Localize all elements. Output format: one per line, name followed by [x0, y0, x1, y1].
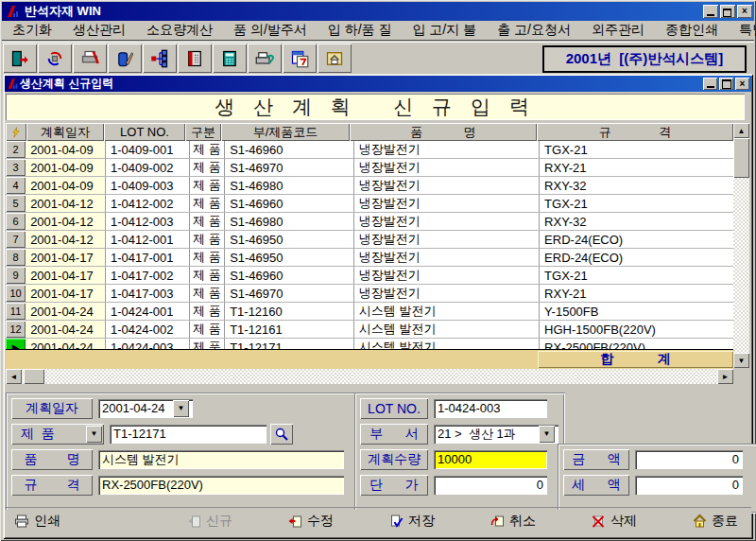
grid-row[interactable]: 52001-04-121-0412-002제 품S1-46960냉장발전기TGX… — [6, 195, 733, 213]
grid-row[interactable]: 82001-04-171-0417-001제 품S1-46950냉장발전기ERD… — [6, 249, 733, 267]
cancel-button[interactable]: 취소 — [486, 511, 540, 532]
cell-name: 냉장발전기 — [354, 141, 540, 158]
column-header-date[interactable]: 계획일자 — [26, 123, 104, 141]
app-minimize-button[interactable] — [703, 5, 718, 18]
print-button[interactable]: 인쇄 — [10, 511, 64, 532]
row-number[interactable]: 8 — [6, 249, 26, 266]
close-window-button[interactable]: 종료 — [688, 511, 742, 532]
column-header-type[interactable]: 구분 — [185, 123, 221, 141]
menu-production[interactable]: 생산관리 — [62, 22, 136, 39]
horizontal-scrollbar[interactable]: ◄ ► — [6, 369, 733, 384]
home-card-icon[interactable] — [318, 44, 352, 73]
grid-row[interactable]: 122001-04-241-0424-002제 품T1-12161시스템 발전기… — [6, 321, 733, 339]
print-cancel-icon[interactable] — [73, 44, 107, 73]
modify-button[interactable]: 수정 — [284, 511, 337, 532]
cell-lot: 1-0417-002 — [106, 267, 190, 284]
column-header-code[interactable]: 부/제품코드 — [221, 123, 350, 141]
plan-date-label: 계획일자 — [11, 398, 93, 419]
app-restore-button[interactable] — [720, 5, 735, 18]
scroll-up-icon[interactable]: ▲ — [733, 123, 749, 138]
menu-receiving-quality[interactable]: 입 하/품 질 — [318, 22, 403, 39]
cell-spec: Y-1500FB — [540, 303, 733, 320]
row-number[interactable]: 9 — [6, 267, 26, 284]
ledger-icon[interactable] — [178, 44, 212, 73]
row-number[interactable]: 12 — [6, 321, 26, 338]
cell-spec: TGX-21 — [540, 267, 733, 284]
column-header-spec[interactable]: 규 격 — [537, 123, 733, 141]
grid-row[interactable]: 72001-04-121-0412-001제 품S1-46950냉장발전기ERD… — [6, 231, 733, 249]
scroll-down-icon[interactable]: ▼ — [733, 353, 749, 368]
grid-row[interactable]: 112001-04-241-0424-001제 품T1-12160시스템 발전기… — [6, 303, 733, 321]
lot-no-input[interactable]: 1-0424-003 — [434, 399, 547, 418]
cell-date: 2001-04-09 — [26, 159, 106, 176]
row-number[interactable]: 11 — [6, 303, 26, 320]
menu-outgoing-request[interactable]: 출 고/요청서 — [487, 22, 581, 39]
vertical-scrollbar[interactable]: ▲ ▼ — [733, 123, 749, 368]
printer-setup-icon[interactable] — [248, 44, 282, 73]
product-code-input[interactable]: T1-12171 — [110, 425, 266, 444]
plan-qty-label: 계획수량 — [360, 449, 428, 470]
chevron-down-icon[interactable]: ▼ — [86, 426, 102, 443]
flowchart-icon[interactable] — [143, 44, 177, 73]
cell-lot: 1-0424-001 — [106, 303, 190, 320]
window-minimize-button[interactable] — [703, 78, 717, 90]
cell-name: 냉장발전기 — [354, 231, 540, 248]
plan-qty-input[interactable]: 10000 — [434, 450, 547, 469]
delete-button-label: 삭제 — [610, 513, 637, 530]
window-maximize-button[interactable] — [719, 78, 733, 90]
menu-order[interactable]: 품 의/발주서 — [223, 22, 318, 39]
app-close-button[interactable]: × — [737, 5, 752, 18]
plan-date-select[interactable]: 2001-04-24 ▼ — [98, 399, 193, 418]
row-number[interactable]: 5 — [6, 195, 26, 212]
chevron-down-icon[interactable]: ▼ — [173, 400, 189, 417]
menu-incoming-payment[interactable]: 입 고/지 불 — [402, 22, 487, 39]
calendar-icon[interactable] — [283, 44, 317, 73]
unit-price-input[interactable]: 0 — [434, 476, 547, 495]
cell-code: S1-46960 — [225, 195, 354, 212]
vertical-scroll-thumb[interactable] — [733, 138, 749, 178]
cell-spec: ERD-24(ECO) — [540, 249, 733, 266]
cell-spec: ERD-24(ECO) — [540, 231, 733, 248]
row-number[interactable]: 7 — [6, 231, 26, 248]
toolbar: 2001년 [(주)반석시스템] — [2, 42, 754, 74]
grid-row[interactable]: 22001-04-091-0409-001제 품S1-46960냉장발전기TGX… — [6, 141, 733, 159]
scroll-right-icon[interactable]: ► — [717, 369, 733, 384]
cell-spec: HGH-1500FB(220V) — [540, 321, 733, 338]
grid-row[interactable]: 32001-04-091-0409-002제 품S1-46970냉장발전기RXY… — [6, 159, 733, 177]
row-number[interactable]: 3 — [6, 159, 26, 176]
search-icon[interactable] — [270, 424, 293, 445]
write-document-icon[interactable] — [108, 44, 142, 73]
cell-type: 제 품 — [190, 231, 226, 248]
refresh-icon[interactable] — [38, 44, 72, 73]
cell-name: 냉장발전기 — [354, 213, 540, 230]
menu-requirements[interactable]: 소요량계산 — [136, 22, 223, 39]
department-value: 21 > 생산 1과 — [438, 426, 516, 443]
delete-button[interactable]: 삭제 — [587, 511, 641, 532]
cell-date: 2001-04-12 — [26, 195, 106, 212]
new-button-label: 신규 — [206, 513, 232, 530]
row-number[interactable]: 4 — [6, 177, 26, 194]
save-button[interactable]: 저장 — [385, 511, 438, 532]
grid-row[interactable]: 92001-04-171-0417-002제 품S1-46960냉장발전기TGX… — [6, 267, 733, 285]
chevron-down-icon[interactable]: ▼ — [539, 426, 555, 443]
department-select[interactable]: 21 > 생산 1과 ▼ — [434, 425, 558, 444]
exit-icon[interactable] — [3, 44, 37, 73]
grid-row[interactable]: 42001-04-091-0409-003제 품S1-46980냉장발전기RXY… — [6, 177, 733, 195]
grid-row[interactable]: 102001-04-171-0417-003제 품S1-46970냉장발전기RX… — [6, 285, 733, 303]
row-number[interactable]: 6 — [6, 213, 26, 230]
menu-print-all[interactable]: 종합인쇄 — [655, 22, 729, 39]
print-button-label: 인쇄 — [34, 513, 60, 530]
menu-special[interactable]: 특별관리 — [729, 22, 756, 39]
scroll-left-icon[interactable]: ◄ — [6, 369, 22, 384]
column-header-lot[interactable]: LOT NO. — [104, 123, 185, 141]
window-close-button[interactable]: × — [735, 78, 749, 90]
calculator-icon[interactable] — [213, 44, 247, 73]
row-number[interactable]: 2 — [6, 141, 26, 158]
grid-row[interactable]: 62001-04-121-0412-003제 품S1-46980냉장발전기RXY… — [6, 213, 733, 231]
horizontal-scroll-thumb[interactable] — [24, 369, 44, 384]
menu-init[interactable]: 초기화 — [2, 22, 62, 39]
product-type-select[interactable]: 제 품 ▼ — [11, 424, 104, 445]
row-number[interactable]: 10 — [6, 285, 26, 302]
column-header-name[interactable]: 품 명 — [350, 123, 537, 141]
menu-outsourcing[interactable]: 외주관리 — [581, 22, 655, 39]
